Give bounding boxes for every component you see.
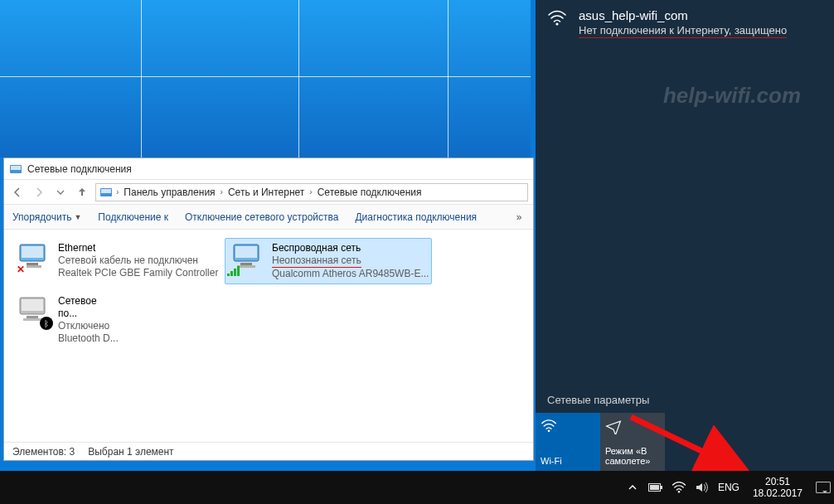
- adapter-item-wireless[interactable]: Беспроводная сеть Неопознанная сеть Qual…: [225, 238, 432, 284]
- nav-back-button[interactable]: [9, 184, 26, 201]
- adapters-list: ✕ Ethernet Сетевой кабель не подключен R…: [4, 230, 533, 357]
- window-title: Сетевые подключения: [27, 163, 132, 175]
- volume-icon[interactable]: [695, 480, 710, 495]
- network-settings-link[interactable]: Сетевые параметры: [536, 387, 834, 413]
- adapter-name: Сетевое по...: [58, 295, 119, 320]
- selection-count: Выбран 1 элемент: [88, 446, 173, 458]
- svg-point-22: [678, 491, 680, 492]
- svg-rect-20: [661, 486, 662, 489]
- nav-forward-button[interactable]: [31, 184, 47, 201]
- nav-up-button[interactable]: [74, 184, 90, 201]
- adapter-status: Сетевой кабель не подключен: [58, 254, 218, 267]
- battery-icon[interactable]: [648, 480, 663, 495]
- watermark: help-wifi.com: [663, 83, 801, 109]
- chevron-right-icon: ›: [309, 187, 312, 196]
- adapter-status: Отключено: [58, 320, 119, 332]
- taskbar-clock[interactable]: 20:51 18.02.2017: [753, 476, 802, 499]
- signal-bars-icon: [227, 264, 242, 276]
- svg-rect-14: [27, 316, 38, 318]
- adapter-status: Неопознанная сеть: [272, 254, 429, 268]
- svg-point-16: [555, 22, 558, 25]
- network-adapter-icon: [229, 242, 265, 275]
- network-status: Нет подключения к Интернету, защищено: [579, 24, 787, 38]
- disable-device-button[interactable]: Отключение сетевого устройства: [185, 211, 338, 223]
- wifi-icon: [547, 8, 569, 38]
- status-bar: Элементов: 3 Выбран 1 элемент: [4, 442, 533, 460]
- language-indicator[interactable]: ENG: [718, 480, 739, 495]
- svg-rect-13: [22, 299, 43, 311]
- adapter-name: Беспроводная сеть: [272, 242, 429, 254]
- breadcrumb-bar[interactable]: › Панель управления › Сеть и Интернет › …: [95, 183, 528, 201]
- clock-time: 20:51: [753, 476, 802, 487]
- svg-rect-21: [650, 485, 659, 490]
- svg-rect-1: [11, 166, 21, 170]
- svg-rect-3: [101, 189, 111, 193]
- item-count: Элементов: 3: [12, 446, 75, 458]
- adapter-item-bluetooth[interactable]: ᛒ Сетевое по... Отключено Bluetooth D...: [11, 291, 119, 349]
- bluetooth-badge-icon: ᛒ: [40, 317, 53, 330]
- svg-rect-15: [23, 318, 41, 321]
- tile-label: Режим «В самолете»: [605, 446, 660, 466]
- adapter-item-ethernet[interactable]: ✕ Ethernet Сетевой кабель не подключен R…: [11, 238, 218, 284]
- quick-tiles: Wi-Fi Режим «В самолете»: [536, 413, 834, 471]
- svg-rect-9: [235, 246, 257, 258]
- adapter-name: Ethernet: [58, 242, 218, 254]
- tile-label: Wi-Fi: [541, 456, 595, 466]
- address-bar-row: › Панель управления › Сеть и Интернет › …: [4, 180, 533, 205]
- adapter-device: Realtek PCIe GBE Family Controller: [58, 267, 218, 279]
- chevron-right-icon: ›: [116, 187, 119, 196]
- wifi-tray-icon[interactable]: [672, 480, 686, 495]
- network-connections-window: Сетевые подключения › Панель управления: [3, 158, 534, 461]
- desktop-wallpaper: [0, 0, 531, 158]
- network-ssid: asus_help-wifi_com: [579, 8, 787, 22]
- action-center-icon[interactable]: [816, 480, 831, 495]
- control-panel-icon: [9, 162, 22, 176]
- adapter-device: Qualcomm Atheros AR9485WB-E...: [272, 268, 429, 280]
- breadcrumb-root-icon: [99, 186, 113, 199]
- nav-recent-dropdown[interactable]: [52, 184, 69, 201]
- network-adapter-icon: ✕: [15, 242, 51, 275]
- network-flyout: help-wifi.com asus_help-wifi_com Нет под…: [536, 0, 834, 471]
- diagnose-connection-button[interactable]: Диагностика подключения: [355, 211, 477, 223]
- command-bar: Упорядочить▼ Подключение к Отключение се…: [4, 205, 533, 230]
- more-commands-button[interactable]: »: [513, 211, 525, 223]
- window-titlebar[interactable]: Сетевые подключения: [4, 158, 533, 180]
- airplane-mode-tile[interactable]: Режим «В самолете»: [600, 413, 665, 471]
- network-adapter-icon: ᛒ: [15, 295, 51, 328]
- breadcrumb-item[interactable]: Сетевые подключения: [316, 187, 424, 198]
- tray-overflow-button[interactable]: [625, 480, 640, 495]
- breadcrumb-item[interactable]: Панель управления: [122, 187, 216, 198]
- svg-rect-5: [22, 246, 43, 258]
- wifi-tile[interactable]: Wi-Fi: [536, 413, 600, 471]
- wifi-icon: [541, 418, 595, 434]
- system-tray: ENG 20:51 18.02.2017: [625, 476, 831, 499]
- breadcrumb-item[interactable]: Сеть и Интернет: [226, 187, 306, 198]
- airplane-icon: [605, 418, 660, 434]
- svg-rect-6: [27, 263, 38, 265]
- svg-rect-10: [240, 263, 252, 265]
- connect-to-button[interactable]: Подключение к: [98, 211, 168, 223]
- svg-point-17: [548, 430, 550, 433]
- taskbar: ENG 20:51 18.02.2017: [0, 471, 834, 504]
- chevron-right-icon: ›: [221, 187, 223, 196]
- disconnected-badge-icon: ✕: [15, 264, 27, 275]
- adapter-device: Bluetooth D...: [58, 332, 119, 345]
- current-network-item[interactable]: asus_help-wifi_com Нет подключения к Инт…: [536, 0, 834, 43]
- clock-date: 18.02.2017: [753, 487, 802, 499]
- organize-menu[interactable]: Упорядочить▼: [12, 211, 81, 223]
